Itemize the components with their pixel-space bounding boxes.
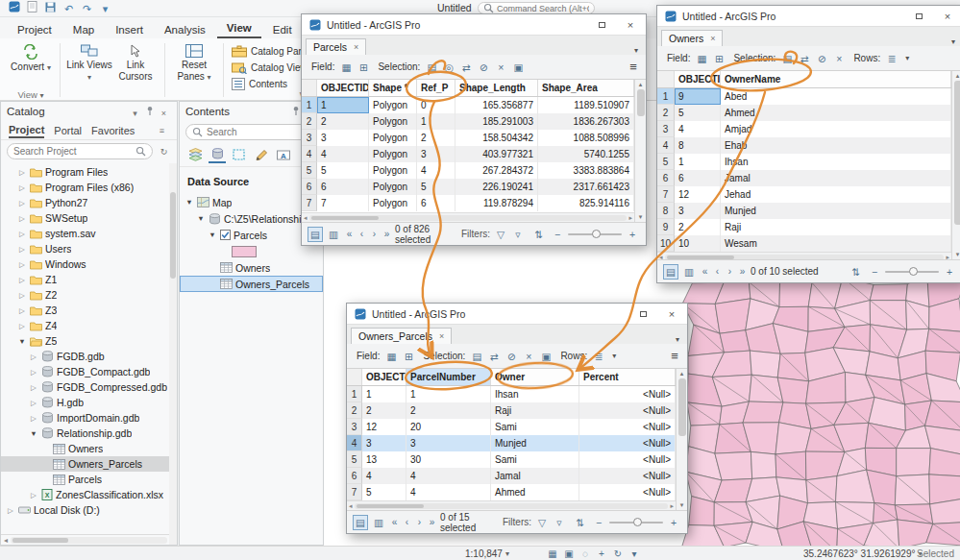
- collapse-icon[interactable]: ▼: [29, 429, 38, 438]
- catalog-item-swsetup[interactable]: ▷SWSetup: [1, 210, 177, 226]
- table-h-scrollbar[interactable]: ◂▸: [657, 252, 951, 259]
- cell[interactable]: 4: [675, 121, 721, 137]
- row-number[interactable]: 7: [657, 186, 675, 203]
- delete-rows-icon[interactable]: ×: [493, 60, 508, 75]
- prev-icon[interactable]: ‹: [712, 264, 723, 280]
- restore-button[interactable]: [631, 305, 654, 322]
- window-owners-parcels[interactable]: Untitled - ArcGIS Pro × Owners_Parcels ×…: [346, 303, 688, 534]
- table-v-scrollbar[interactable]: ▴▾: [634, 80, 646, 222]
- table-row[interactable]: 51Ihsan: [657, 154, 951, 170]
- calculate-field-icon[interactable]: ⊞: [356, 60, 371, 75]
- grid-icon[interactable]: ▦: [546, 548, 559, 560]
- cell[interactable]: <Null>: [579, 419, 676, 435]
- window-titlebar[interactable]: Untitled - ArcGIS Pro ×: [347, 304, 687, 324]
- customize-icon[interactable]: ▾: [96, 2, 114, 16]
- clear-selection-icon[interactable]: ⊘: [476, 60, 491, 75]
- rows-layout-icon[interactable]: ≣: [884, 51, 899, 66]
- delete-rows-icon[interactable]: ×: [831, 51, 847, 66]
- cell[interactable]: 1189.510907: [538, 97, 634, 113]
- form-view-icon[interactable]: ▥: [326, 227, 341, 242]
- row-number[interactable]: 2: [347, 402, 362, 419]
- cell[interactable]: Munjed: [491, 435, 579, 451]
- cell[interactable]: Polygon: [369, 97, 417, 113]
- sync-selection-icon[interactable]: ⇅: [531, 227, 547, 242]
- table-v-scrollbar[interactable]: ▴▾: [951, 71, 960, 259]
- cell[interactable]: 5: [362, 484, 406, 500]
- expand-icon[interactable]: ▷: [29, 399, 38, 407]
- table-row[interactable]: 92Raji: [657, 219, 951, 235]
- expand-icon[interactable]: ▷: [17, 291, 27, 300]
- table-row[interactable]: 1010Wesam: [657, 235, 951, 252]
- tab-parcels[interactable]: Parcels ×: [306, 38, 366, 55]
- cell[interactable]: 6: [417, 195, 455, 211]
- close-tab-icon[interactable]: ×: [710, 34, 715, 43]
- cell[interactable]: Amjad: [721, 121, 951, 137]
- parcels-symbol-swatch[interactable]: [232, 246, 257, 257]
- cell[interactable]: 0: [417, 97, 455, 113]
- expand-icon[interactable]: ▷: [29, 414, 38, 423]
- row-number[interactable]: 7: [347, 484, 362, 500]
- zoom-slider[interactable]: [568, 233, 622, 235]
- column-header-ownername[interactable]: OwnerName: [721, 71, 951, 87]
- catalog-item-relationship-gdb[interactable]: ▼Relationship.gdb: [1, 426, 177, 441]
- convert-button[interactable]: Convert ▾: [8, 40, 54, 87]
- zoom-slider[interactable]: [609, 522, 663, 523]
- row-number[interactable]: 1: [657, 88, 675, 105]
- catalog-tab-project[interactable]: Project: [9, 122, 44, 138]
- catalog-item-python27[interactable]: ▷Python27: [1, 195, 177, 210]
- table-h-scrollbar[interactable]: ◂▸: [347, 500, 676, 510]
- pin-icon[interactable]: [142, 106, 157, 116]
- form-view-icon[interactable]: ▥: [371, 515, 386, 530]
- map-coordinates[interactable]: 35.2467623° 31.9261929° ▾: [803, 548, 922, 560]
- catalog-item-fgdb-compressed-gdb[interactable]: ▷FGDB_Compressed.gdb: [1, 379, 177, 395]
- cell[interactable]: 158.504342: [455, 130, 538, 146]
- row-number[interactable]: 3: [657, 121, 675, 137]
- catalog-search-input[interactable]: [13, 146, 132, 157]
- cell[interactable]: 2: [317, 113, 369, 130]
- table-row[interactable]: 83Munjed: [657, 203, 951, 219]
- cell[interactable]: Ihsan: [491, 386, 579, 402]
- cell[interactable]: 2: [675, 219, 721, 235]
- calculate-field-icon[interactable]: ⊞: [401, 349, 416, 364]
- catalog-item-program-files[interactable]: ▷Program Files: [1, 164, 177, 180]
- ribbon-tab-edit[interactable]: Edit: [263, 21, 302, 38]
- cell[interactable]: 10: [675, 235, 721, 252]
- cell[interactable]: 3: [406, 435, 491, 451]
- catalog-item-owners[interactable]: Owners: [1, 441, 177, 456]
- zoom-out-icon[interactable]: −: [867, 264, 882, 280]
- cell[interactable]: 2: [406, 402, 491, 419]
- cell[interactable]: 6: [675, 170, 721, 186]
- prev-icon[interactable]: ‹: [402, 515, 412, 530]
- add-field-icon[interactable]: ▦: [383, 349, 399, 364]
- chevron-down-icon[interactable]: ▾: [672, 335, 683, 344]
- catalog-pane-button[interactable]: Catalog Pane: [230, 44, 311, 59]
- chevron-down-icon[interactable]: ▾: [630, 46, 642, 55]
- catalog-item-program-files-x86[interactable]: ▷Program Files (x86): [1, 180, 177, 195]
- row-number[interactable]: 6: [347, 468, 362, 484]
- catalog-item-z2[interactable]: ▷Z2: [1, 287, 177, 303]
- menu-icon[interactable]: ≡: [626, 60, 641, 75]
- cell[interactable]: 1088.508996: [538, 130, 634, 146]
- catalog-item-fgdb-compact-gdb[interactable]: ▷FGDB_Compact.gdb: [1, 364, 177, 379]
- cell[interactable]: 1: [417, 113, 455, 130]
- cell[interactable]: 8: [675, 137, 721, 154]
- expand-icon[interactable]: ▷: [29, 491, 38, 499]
- row-number[interactable]: 4: [657, 137, 675, 154]
- cell[interactable]: 4: [317, 146, 369, 162]
- cell[interactable]: 3: [362, 435, 406, 451]
- cell[interactable]: Ihsan: [721, 154, 951, 170]
- cell[interactable]: <Null>: [579, 468, 676, 484]
- column-header-ref-p[interactable]: Ref_P: [417, 80, 455, 96]
- contents-item-owners-parcels[interactable]: Owners_Parcels: [180, 276, 323, 292]
- first-icon[interactable]: «: [700, 264, 710, 280]
- expand-icon[interactable]: ▷: [17, 306, 27, 315]
- table-row[interactable]: 48Ehab: [657, 137, 951, 154]
- table-row[interactable]: 31220Sami<Null>: [347, 419, 676, 435]
- cell[interactable]: 9: [675, 88, 721, 105]
- last-icon[interactable]: »: [427, 515, 437, 530]
- last-icon[interactable]: »: [737, 264, 748, 280]
- table-row[interactable]: 19Abed: [657, 88, 951, 105]
- form-view-icon[interactable]: ▥: [681, 264, 697, 280]
- cell[interactable]: 20: [406, 419, 491, 435]
- cell[interactable]: 825.914116: [538, 195, 634, 211]
